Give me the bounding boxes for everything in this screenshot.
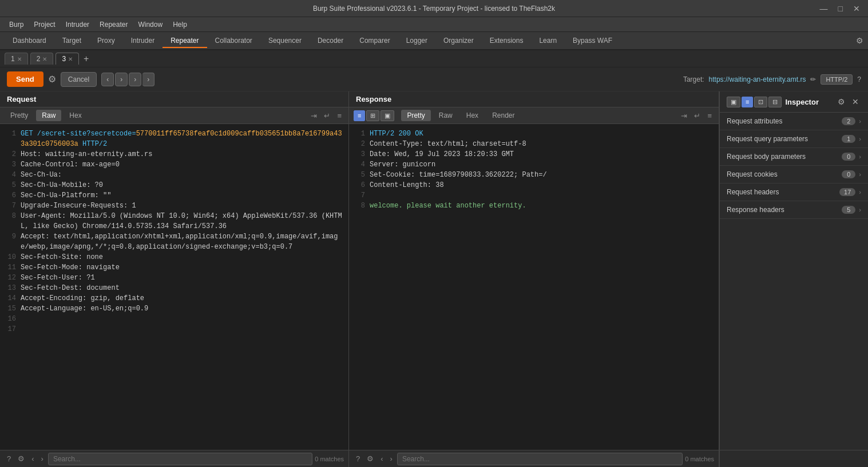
- inspector-row-body-params[interactable]: Request body parameters 0 ›: [720, 148, 868, 165]
- tab-extensions[interactable]: Extensions: [482, 34, 532, 48]
- inspector-close-icon[interactable]: ✕: [850, 96, 861, 107]
- request-search-help-icon[interactable]: ?: [5, 453, 13, 464]
- inspector-chevron-cookies: ›: [859, 171, 861, 178]
- request-line-3: 3 Cache-Control: max-age=0: [5, 159, 344, 170]
- inspector-view-4[interactable]: ⊟: [768, 97, 782, 107]
- response-tab-render[interactable]: Render: [486, 110, 520, 121]
- tab-decoder[interactable]: Decoder: [310, 34, 351, 48]
- next-alt-button[interactable]: ›: [142, 73, 154, 86]
- view-hex-icon[interactable]: ▣: [381, 110, 394, 121]
- response-panel-header: Response: [349, 91, 719, 107]
- request-line-1: 1 GET /secret-site?secretcode=5770011ff6…: [5, 129, 344, 149]
- prev-alt-button[interactable]: ›: [115, 73, 128, 86]
- repeater-tab-1[interactable]: 1 ✕: [5, 53, 28, 65]
- view-pretty-icon[interactable]: ≡: [354, 110, 365, 121]
- inspector-row-cookies[interactable]: Request cookies 0 ›: [720, 166, 868, 183]
- request-search-input[interactable]: [48, 453, 312, 465]
- response-search-bar: ? ⚙ ‹ › 0 matches: [349, 450, 719, 467]
- http-version-badge[interactable]: HTTP/2: [821, 74, 853, 85]
- response-newline-icon[interactable]: ↵: [692, 110, 703, 121]
- request-menu-icon[interactable]: ≡: [335, 110, 344, 121]
- inspector-badge-body-params: 0: [842, 153, 855, 161]
- response-line-7: 7: [354, 190, 714, 201]
- menu-project[interactable]: Project: [29, 19, 60, 30]
- inspector-view-2[interactable]: ≡: [742, 97, 753, 107]
- response-tab-raw[interactable]: Raw: [433, 110, 458, 121]
- response-tab-hex[interactable]: Hex: [461, 110, 484, 121]
- request-newline-icon[interactable]: ↵: [322, 110, 332, 121]
- next-button[interactable]: ›: [129, 73, 141, 86]
- response-menu-icon[interactable]: ≡: [705, 110, 714, 121]
- add-tab-button[interactable]: +: [81, 54, 91, 64]
- inspector-section-response-headers: Response headers 5 ›: [720, 201, 868, 219]
- edit-target-icon[interactable]: ✏: [810, 75, 816, 83]
- repeater-tab-2-close[interactable]: ✕: [42, 56, 47, 62]
- request-line-7: 7 Upgrade-Insecure-Requests: 1: [5, 201, 344, 211]
- response-search-next-icon[interactable]: ›: [388, 453, 395, 464]
- http-help-icon[interactable]: ?: [857, 75, 861, 83]
- close-button[interactable]: ✕: [850, 4, 863, 13]
- request-tab-raw[interactable]: Raw: [36, 110, 61, 121]
- menu-burp[interactable]: Burp: [5, 19, 28, 30]
- response-search-help-icon[interactable]: ?: [354, 453, 362, 464]
- send-button[interactable]: Send: [7, 71, 43, 87]
- view-raw-icon[interactable]: ⊞: [366, 110, 379, 121]
- window-controls[interactable]: — □ ✕: [817, 4, 863, 13]
- toolbar: Send ⚙ Cancel ‹ › › › Target: https://wa…: [0, 67, 868, 91]
- repeater-tab-2[interactable]: 2 ✕: [30, 53, 54, 65]
- tab-bypass-waf[interactable]: Bypass WAF: [565, 34, 620, 48]
- request-search-next-icon[interactable]: ›: [39, 453, 46, 464]
- repeater-tab-3-close[interactable]: ✕: [68, 56, 73, 62]
- settings-icon[interactable]: ⚙: [856, 36, 863, 45]
- menu-help[interactable]: Help: [168, 19, 192, 30]
- response-search-prev-icon[interactable]: ‹: [378, 453, 385, 464]
- minimize-button[interactable]: —: [817, 4, 831, 13]
- inspector-row-request-headers[interactable]: Request headers 17 ›: [720, 183, 868, 201]
- inspector-view-1[interactable]: ▣: [727, 97, 740, 107]
- inspector-row-query-params[interactable]: Request query parameters 1 ›: [720, 130, 868, 147]
- tab-sequencer[interactable]: Sequencer: [260, 34, 310, 48]
- tab-comparer[interactable]: Comparer: [351, 34, 398, 48]
- tab-collaborator[interactable]: Collaborator: [207, 34, 260, 48]
- response-search-input[interactable]: [397, 453, 683, 465]
- inspector-row-request-attributes[interactable]: Request attributes 2 ›: [720, 113, 868, 130]
- inspector-badge-response-headers: 5: [842, 206, 855, 214]
- repeater-tab-1-close[interactable]: ✕: [17, 56, 22, 62]
- repeater-tab-3[interactable]: 3 ✕: [56, 53, 79, 65]
- response-tab-pretty[interactable]: Pretty: [401, 110, 430, 121]
- response-line-5: 5 Set-Cookie: time=1689790833.3620222; P…: [354, 170, 714, 180]
- inspector-chevron-request-attributes: ›: [859, 118, 861, 125]
- request-code-area[interactable]: 1 GET /secret-site?secretcode=5770011ff6…: [0, 124, 348, 450]
- tab-learn[interactable]: Learn: [531, 34, 565, 48]
- cancel-button[interactable]: Cancel: [61, 72, 97, 87]
- response-search-settings-icon[interactable]: ⚙: [364, 453, 376, 464]
- prev-button[interactable]: ‹: [101, 73, 114, 86]
- menu-repeater[interactable]: Repeater: [95, 19, 132, 30]
- menu-intruder[interactable]: Intruder: [61, 19, 94, 30]
- inspector-view-toggle: ▣ ≡ ⊡ ⊟: [727, 97, 782, 107]
- request-search-prev-icon[interactable]: ‹: [29, 453, 36, 464]
- inspector-title: Inspector: [785, 98, 832, 106]
- response-wrap-icon[interactable]: ⇥: [679, 110, 689, 121]
- request-tab-pretty[interactable]: Pretty: [5, 110, 34, 121]
- inspector-view-3[interactable]: ⊡: [754, 97, 767, 107]
- response-code-area[interactable]: 1 HTTP/2 200 OK 2 Content-Type: text/htm…: [349, 124, 719, 450]
- request-wrap-icon[interactable]: ⇥: [308, 110, 319, 121]
- tab-dashboard[interactable]: Dashboard: [5, 34, 54, 48]
- inspector-row-response-headers[interactable]: Response headers 5 ›: [720, 201, 868, 218]
- inspector-section-request-attributes: Request attributes 2 ›: [720, 113, 868, 130]
- tab-proxy[interactable]: Proxy: [89, 34, 123, 48]
- maximize-button[interactable]: □: [835, 4, 846, 13]
- tab-repeater[interactable]: Repeater: [162, 34, 207, 48]
- inspector-badge-request-attributes: 2: [842, 117, 855, 125]
- tab-intruder[interactable]: Intruder: [123, 34, 162, 48]
- request-search-settings-icon[interactable]: ⚙: [15, 453, 27, 464]
- inspector-settings-icon[interactable]: ⚙: [835, 96, 847, 107]
- request-tab-hex[interactable]: Hex: [64, 110, 87, 121]
- tab-organizer[interactable]: Organizer: [435, 34, 482, 48]
- tab-logger[interactable]: Logger: [398, 34, 435, 48]
- send-settings-icon[interactable]: ⚙: [48, 74, 56, 85]
- inspector-chevron-query-params: ›: [859, 135, 861, 142]
- menu-window[interactable]: Window: [133, 19, 167, 30]
- tab-target[interactable]: Target: [54, 34, 89, 48]
